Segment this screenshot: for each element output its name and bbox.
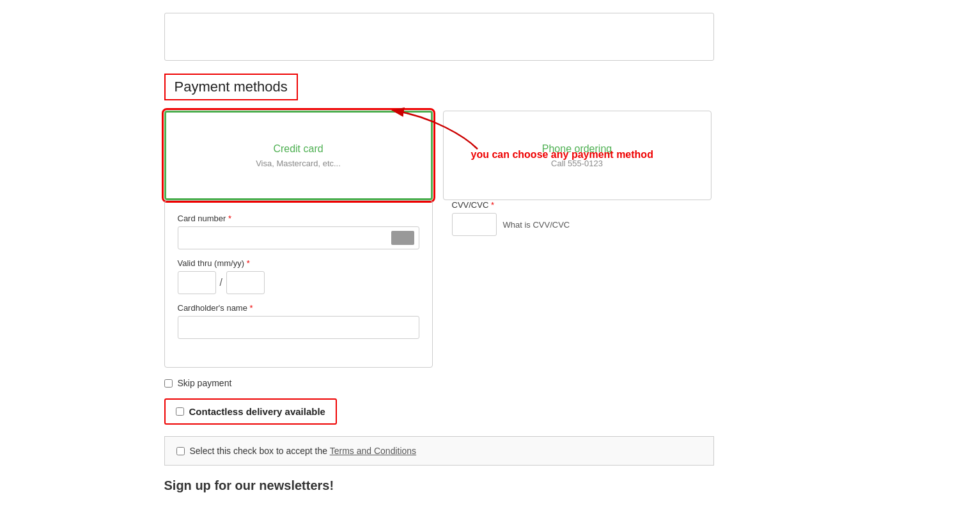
terms-prefix: Select this check box to accept the bbox=[190, 446, 330, 456]
card-brand-icon bbox=[391, 231, 414, 245]
card-number-required: * bbox=[228, 214, 231, 223]
valid-thru-month-input[interactable] bbox=[178, 271, 216, 294]
card-number-row: Card number * bbox=[178, 214, 419, 249]
skip-payment-label[interactable]: Skip payment bbox=[178, 378, 232, 388]
card-number-label: Card number * bbox=[178, 214, 419, 223]
cvv-input[interactable] bbox=[452, 213, 497, 236]
cvv-label: CVV/CVC * bbox=[452, 200, 570, 210]
payment-methods-title: Payment methods bbox=[175, 79, 288, 95]
credit-card-form: Card number * Valid thru (mm/yy) * bbox=[164, 200, 433, 368]
notes-textarea[interactable] bbox=[164, 13, 714, 61]
terms-label: Select this check box to accept the Term… bbox=[190, 446, 417, 456]
card-number-input-wrapper bbox=[178, 226, 419, 249]
page-wrapper: Payment methods Credit card Visa, Master… bbox=[139, 0, 842, 506]
valid-thru-label: Valid thru (mm/yy) * bbox=[178, 258, 419, 268]
payment-methods-title-box: Payment methods bbox=[164, 74, 298, 100]
signup-title: Sign up for our newsletters! bbox=[164, 478, 816, 493]
valid-thru-inputs: / bbox=[178, 271, 419, 294]
contactless-checkbox[interactable] bbox=[176, 407, 184, 416]
credit-card-title: Credit card bbox=[273, 143, 323, 155]
cvv-required: * bbox=[491, 200, 494, 210]
cvv-section: CVV/CVC * What is CVV/CVC bbox=[452, 200, 570, 236]
cardholder-required: * bbox=[250, 303, 253, 313]
skip-payment-checkbox[interactable] bbox=[164, 379, 173, 388]
valid-thru-required: * bbox=[247, 258, 250, 268]
credit-card-subtitle: Visa, Mastercard, etc... bbox=[256, 159, 341, 168]
cardholder-name-input[interactable] bbox=[178, 316, 419, 339]
payment-method-annotation: you can choose any payment method bbox=[471, 149, 653, 161]
terms-checkbox[interactable] bbox=[176, 447, 185, 455]
contactless-label[interactable]: Contactless delivery available bbox=[189, 406, 325, 417]
valid-thru-year-input[interactable] bbox=[226, 271, 265, 294]
contactless-delivery-box[interactable]: Contactless delivery available bbox=[164, 398, 337, 425]
valid-thru-row-container: Valid thru (mm/yy) * / bbox=[178, 258, 419, 294]
card-number-input[interactable] bbox=[178, 226, 419, 249]
skip-payment-row: Skip payment bbox=[164, 378, 816, 388]
annotation-wrapper: Credit card Visa, Mastercard, etc... Pho… bbox=[164, 111, 714, 368]
form-and-cvv-wrapper: Card number * Valid thru (mm/yy) * bbox=[164, 200, 714, 368]
terms-link[interactable]: Terms and Conditions bbox=[330, 446, 416, 456]
cvv-help-link[interactable]: What is CVV/CVC bbox=[503, 220, 570, 230]
terms-box: Select this check box to accept the Term… bbox=[164, 436, 714, 466]
cvv-row: What is CVV/CVC bbox=[452, 213, 570, 236]
cardholder-label: Cardholder's name * bbox=[178, 303, 419, 313]
credit-card-option[interactable]: Credit card Visa, Mastercard, etc... bbox=[164, 111, 433, 200]
valid-thru-slash: / bbox=[220, 277, 222, 288]
cardholder-row: Cardholder's name * bbox=[178, 303, 419, 339]
